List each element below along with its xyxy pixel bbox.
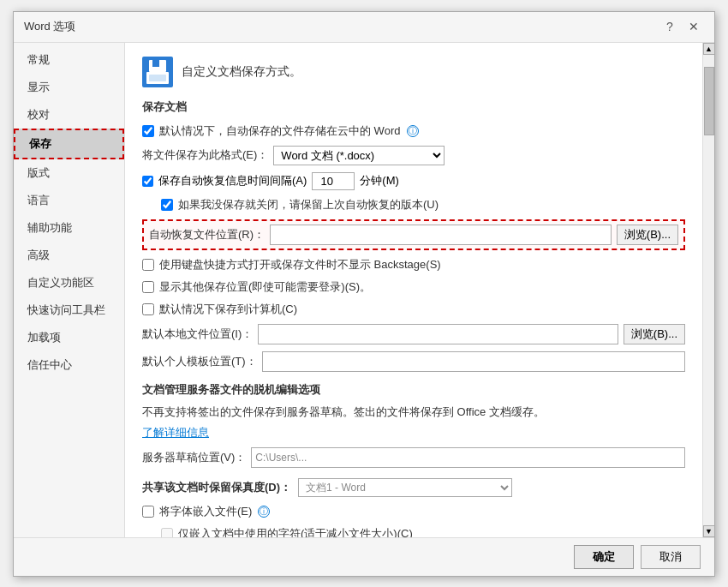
sidebar-item-save[interactable]: 保存 — [14, 129, 124, 159]
embed-fonts-info-icon[interactable]: ⓘ — [258, 506, 270, 518]
sidebar-item-advanced[interactable]: 高级 — [14, 242, 124, 269]
embed-fonts-row: 将字体嵌入文件(E) ⓘ — [142, 504, 685, 519]
keep-last-version-row: 如果我没保存就关闭，请保留上次自动恢复的版本(U) — [142, 197, 685, 213]
embed-fonts-label[interactable]: 将字体嵌入文件(E) ⓘ — [159, 504, 270, 519]
save-documents-label: 保存文档 — [142, 99, 685, 115]
save-icon — [142, 57, 173, 87]
embed-only-used-checkbox[interactable] — [161, 528, 173, 537]
dialog-footer: 确定 取消 — [14, 537, 714, 576]
dialog-title: Word 选项 — [24, 19, 75, 34]
default-local-location-label: 默认本地文件位置(I)： — [142, 326, 253, 342]
sidebar-item-language[interactable]: 语言 — [14, 187, 124, 214]
scrollbar-up-arrow[interactable]: ▲ — [703, 43, 715, 55]
fidelity-section-label: 共享该文档时保留保真度(D)： — [142, 480, 291, 495]
info-icon[interactable]: ⓘ — [407, 125, 419, 137]
close-button[interactable]: ✕ — [683, 16, 704, 37]
sidebar-item-addins[interactable]: 加载项 — [14, 324, 124, 351]
no-backstage-row: 使用键盘快捷方式打开或保存文件时不显示 Backstage(S) — [142, 257, 685, 273]
auto-recover-row: 保存自动恢复信息时间间隔(A) 分钟(M) — [142, 172, 685, 190]
save-to-computer-checkbox[interactable] — [142, 303, 154, 315]
save-format-label: 将文件保存为此格式(E)： — [142, 147, 268, 163]
default-local-location-input[interactable] — [258, 324, 618, 344]
offline-description: 不再支持将签出的文件保存到服务器草稿。签出的文件将保存到 Office 文档缓存… — [142, 404, 685, 420]
save-format-row: 将文件保存为此格式(E)： Word 文档 (*.docx) Word 97-2… — [142, 146, 685, 165]
auto-recover-location-input[interactable] — [270, 225, 612, 245]
sidebar-item-trust-center[interactable]: 信任中心 — [14, 351, 124, 379]
auto-recover-interval[interactable] — [312, 172, 355, 190]
show-other-save-label[interactable]: 显示其他保存位置(即使可能需要登录)(S)。 — [159, 279, 371, 295]
auto-recover-location-row: 自动恢复文件位置(R)： 浏览(B)... — [142, 219, 685, 250]
auto-save-cloud-checkbox[interactable] — [142, 125, 154, 137]
sidebar-item-general[interactable]: 常规 — [14, 46, 124, 74]
word-options-dialog: Word 选项 ? ✕ 常规 显示 校对 保存 版式 语言 辅助功能 高级 自定… — [13, 11, 715, 577]
main-content: 自定义文档保存方式。 保存文档 默认情况下，自动保存的文件存储在云中的 Word… — [125, 43, 702, 537]
server-draft-label: 服务器草稿位置(V)： — [142, 450, 246, 465]
interval-unit-label: 分钟(M) — [360, 173, 399, 189]
show-other-save-row: 显示其他保存位置(即使可能需要登录)(S)。 — [142, 279, 685, 295]
default-template-location-label: 默认个人模板位置(T)： — [142, 354, 257, 369]
default-local-browse-button[interactable]: 浏览(B)... — [624, 324, 685, 344]
default-local-location-row: 默认本地文件位置(I)： 浏览(B)... — [142, 324, 685, 344]
save-format-select[interactable]: Word 文档 (*.docx) Word 97-2003 文档 (*.doc)… — [273, 146, 445, 165]
default-template-location-row: 默认个人模板位置(T)： — [142, 351, 685, 372]
dialog-body: 常规 显示 校对 保存 版式 语言 辅助功能 高级 自定义功能区 快速访问工具栏… — [14, 43, 714, 537]
section-title: 自定义文档保存方式。 — [182, 64, 301, 80]
help-button[interactable]: ? — [659, 16, 680, 37]
no-backstage-label[interactable]: 使用键盘快捷方式打开或保存文件时不显示 Backstage(S) — [159, 257, 441, 273]
keep-last-version-label[interactable]: 如果我没保存就关闭，请保留上次自动恢复的版本(U) — [178, 197, 439, 213]
scrollbar[interactable]: ▲ ▼ — [702, 43, 714, 537]
scrollbar-thumb[interactable] — [704, 67, 714, 135]
learn-more-link[interactable]: 了解详细信息 — [142, 426, 209, 439]
no-backstage-checkbox[interactable] — [142, 259, 154, 271]
auto-recover-label[interactable]: 保存自动恢复信息时间间隔(A) — [158, 173, 307, 189]
ok-button[interactable]: 确定 — [574, 545, 634, 569]
section-header: 自定义文档保存方式。 — [142, 57, 685, 87]
server-draft-location-input[interactable] — [251, 447, 685, 468]
title-bar: Word 选项 ? ✕ — [14, 12, 714, 43]
auto-save-cloud-label[interactable]: 默认情况下，自动保存的文件存储在云中的 Word — [159, 123, 400, 139]
sidebar: 常规 显示 校对 保存 版式 语言 辅助功能 高级 自定义功能区 快速访问工具栏… — [14, 43, 125, 537]
scrollbar-down-arrow[interactable]: ▼ — [703, 525, 715, 537]
embed-only-used-label: 仅嵌入文档中使用的字符(适于减小文件大小)(C) — [178, 526, 413, 537]
svg-rect-4 — [149, 75, 166, 81]
sidebar-item-format[interactable]: 版式 — [14, 159, 124, 187]
svg-rect-2 — [152, 60, 159, 67]
save-to-computer-row: 默认情况下保存到计算机(C) — [142, 302, 685, 317]
sidebar-item-customize-ribbon[interactable]: 自定义功能区 — [14, 269, 124, 296]
default-template-location-input[interactable] — [262, 351, 685, 372]
server-draft-location-row: 服务器草稿位置(V)： — [142, 447, 685, 468]
auto-recover-browse-button[interactable]: 浏览(B)... — [617, 225, 678, 245]
sidebar-item-quick-access[interactable]: 快速访问工具栏 — [14, 296, 124, 324]
embed-fonts-checkbox[interactable] — [142, 506, 154, 518]
sidebar-item-proofing[interactable]: 校对 — [14, 101, 124, 129]
auto-recover-checkbox[interactable] — [142, 176, 153, 187]
auto-save-cloud-row: 默认情况下，自动保存的文件存储在云中的 Word ⓘ — [142, 123, 685, 139]
fidelity-document-select[interactable]: 文档1 - Word — [298, 478, 512, 497]
show-other-save-checkbox[interactable] — [142, 281, 154, 293]
sidebar-item-display[interactable]: 显示 — [14, 74, 124, 101]
title-bar-controls: ? ✕ — [659, 16, 704, 37]
embed-only-used-row: 仅嵌入文档中使用的字符(适于减小文件大小)(C) — [142, 526, 685, 537]
sidebar-item-accessibility[interactable]: 辅助功能 — [14, 214, 124, 242]
offline-section-label: 文档管理服务器文件的脱机编辑选项 — [142, 382, 685, 398]
save-to-computer-label[interactable]: 默认情况下保存到计算机(C) — [159, 302, 297, 317]
keep-last-version-checkbox[interactable] — [161, 199, 173, 211]
auto-recover-location-label: 自动恢复文件位置(R)： — [149, 227, 265, 243]
cancel-button[interactable]: 取消 — [641, 545, 701, 569]
